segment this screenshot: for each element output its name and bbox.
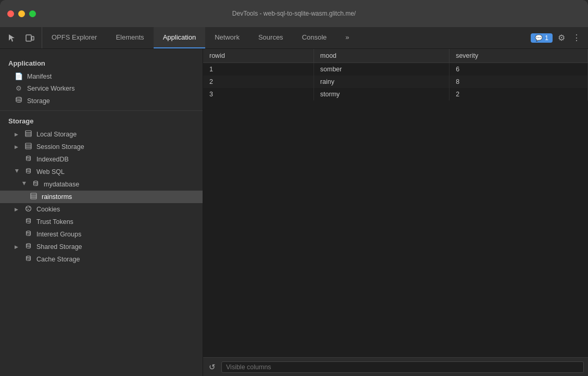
svg-rect-0 [26, 35, 31, 41]
svg-point-18 [26, 206, 31, 211]
svg-point-2 [16, 97, 21, 99]
cell-mood: rainy [314, 76, 449, 88]
sidebar-item-session-storage[interactable]: ▶ Session Storage [0, 141, 203, 153]
cache-storage-icon [24, 255, 32, 264]
svg-point-11 [26, 156, 30, 158]
web-sql-label: Web SQL [36, 168, 65, 176]
svg-point-24 [26, 231, 30, 233]
sidebar-item-web-sql[interactable]: ▶ Web SQL [0, 166, 203, 178]
mydatabase-label: mydatabase [44, 181, 79, 188]
svg-point-25 [26, 244, 30, 245]
more-options-button[interactable]: ⋮ [570, 31, 583, 45]
col-severity[interactable]: severity [449, 49, 588, 63]
cookies-label: Cookies [36, 206, 60, 213]
cell-severity: 6 [449, 63, 588, 76]
tab-sources[interactable]: Sources [249, 27, 293, 48]
rainstorms-label: rainstorms [42, 193, 72, 200]
sidebar-item-manifest[interactable]: 📄 Manifest [0, 70, 203, 82]
indexeddb-icon [24, 155, 32, 164]
local-storage-label: Local Storage [36, 131, 77, 138]
maximize-button[interactable] [29, 10, 36, 17]
tab-application[interactable]: Application [154, 27, 206, 48]
mydatabase-arrow: ▶ [22, 182, 27, 187]
sidebar-item-storage-app[interactable]: Storage [0, 94, 203, 107]
refresh-button[interactable]: ↺ [207, 361, 217, 373]
chat-icon: 💬 [535, 34, 543, 42]
col-rowid[interactable]: rowid [203, 49, 314, 63]
cache-storage-label: Cache Storage [36, 256, 80, 263]
tabs: OPFS Explorer Elements Application Netwo… [42, 27, 526, 48]
main-content: Application 📄 Manifest ⚙ Service Workers… [0, 49, 588, 376]
trust-tokens-icon [24, 218, 32, 226]
local-storage-icon [24, 130, 32, 139]
local-storage-arrow: ▶ [15, 132, 20, 137]
session-storage-arrow: ▶ [15, 144, 20, 149]
tab-console[interactable]: Console [293, 27, 336, 48]
indexeddb-label: IndexedDB [36, 156, 69, 163]
shared-storage-label: Shared Storage [36, 243, 82, 250]
tab-more[interactable]: » [336, 27, 358, 48]
cell-mood: stormy [314, 88, 449, 101]
svg-point-22 [27, 209, 27, 210]
storage-section-header: Storage [0, 114, 203, 128]
inspect-icon[interactable] [5, 31, 19, 45]
table-row[interactable]: 3stormy2 [203, 88, 588, 101]
window-controls [7, 10, 36, 17]
cell-mood: somber [314, 63, 449, 76]
badge-count: 1 [545, 34, 548, 42]
sidebar: Application 📄 Manifest ⚙ Service Workers… [0, 49, 203, 376]
interest-groups-icon [24, 230, 32, 239]
title-bar: DevTools - web-sql-to-sqlite-wasm.glitch… [0, 0, 588, 27]
storage-app-icon [15, 96, 23, 105]
mydatabase-icon [31, 180, 40, 189]
toolbar: OPFS Explorer Elements Application Netwo… [0, 27, 588, 49]
tab-elements[interactable]: Elements [106, 27, 153, 48]
col-mood[interactable]: mood [314, 49, 449, 63]
shared-storage-arrow: ▶ [15, 244, 20, 249]
manifest-label: Manifest [27, 73, 52, 80]
cell-rowid: 2 [203, 76, 314, 88]
tab-opfs[interactable]: OPFS Explorer [42, 27, 106, 48]
sidebar-item-indexeddb[interactable]: ▶ IndexedDB [0, 153, 203, 166]
svg-point-19 [27, 207, 28, 208]
sidebar-item-shared-storage[interactable]: ▶ Shared Storage [0, 241, 203, 253]
visible-columns-input[interactable] [221, 361, 584, 373]
svg-point-23 [26, 219, 30, 220]
svg-point-13 [33, 181, 37, 183]
web-sql-arrow: ▶ [15, 169, 20, 174]
data-table: rowid mood severity 1somber62rainy83stor… [203, 49, 588, 101]
sidebar-item-rainstorms[interactable]: rainstorms [0, 191, 203, 203]
svg-point-21 [28, 209, 29, 210]
content-area: rowid mood severity 1somber62rainy83stor… [203, 49, 588, 376]
settings-button[interactable]: ⚙ [556, 31, 567, 45]
sidebar-item-local-storage[interactable]: ▶ Local Storage [0, 128, 203, 141]
table-row[interactable]: 1somber6 [203, 63, 588, 76]
service-workers-icon: ⚙ [15, 84, 23, 92]
manifest-icon: 📄 [15, 72, 23, 80]
sidebar-item-service-workers[interactable]: ⚙ Service Workers [0, 82, 203, 94]
rainstorms-icon [29, 193, 37, 201]
cell-rowid: 3 [203, 88, 314, 101]
sidebar-item-cookies[interactable]: ▶ Cookies [0, 203, 203, 216]
footer-bar: ↺ [203, 357, 588, 376]
app-section-header: Application [0, 56, 203, 70]
tab-network[interactable]: Network [205, 27, 249, 48]
device-icon[interactable] [23, 31, 36, 45]
sidebar-item-mydatabase[interactable]: ▶ mydatabase [0, 178, 203, 191]
cell-severity: 2 [449, 88, 588, 101]
sidebar-divider [0, 110, 203, 111]
table-row[interactable]: 2rainy8 [203, 76, 588, 88]
cell-rowid: 1 [203, 63, 314, 76]
sidebar-item-trust-tokens[interactable]: Trust Tokens [0, 216, 203, 228]
notifications-badge[interactable]: 💬 1 [531, 33, 553, 43]
shared-storage-icon [24, 243, 32, 251]
sidebar-item-cache-storage[interactable]: Cache Storage [0, 253, 203, 266]
close-button[interactable] [7, 10, 14, 17]
session-storage-icon [24, 143, 32, 151]
svg-point-26 [26, 256, 30, 258]
toolbar-left-icons [0, 27, 42, 48]
svg-point-20 [29, 207, 30, 208]
minimize-button[interactable] [18, 10, 25, 17]
window-title: DevTools - web-sql-to-sqlite-wasm.glitch… [232, 10, 356, 17]
sidebar-item-interest-groups[interactable]: Interest Groups [0, 228, 203, 241]
